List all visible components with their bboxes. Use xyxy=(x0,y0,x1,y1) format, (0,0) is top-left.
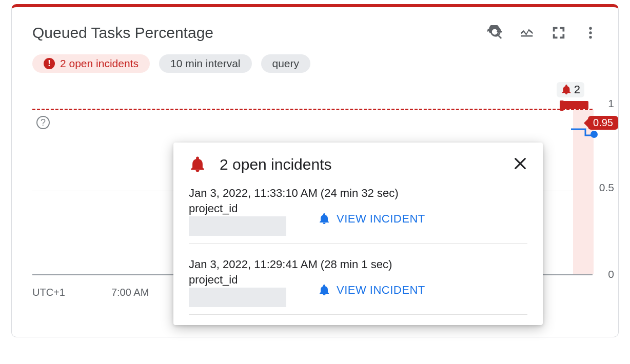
y-tick: 1 xyxy=(608,97,614,110)
reset-zoom-button[interactable] xyxy=(483,21,507,45)
help-icon[interactable]: ? xyxy=(36,116,50,129)
more-menu-button[interactable] xyxy=(578,21,603,45)
open-incidents-label: 2 open incidents xyxy=(60,57,139,70)
svg-point-1 xyxy=(589,31,592,34)
project-id-value xyxy=(189,216,286,236)
y-tick: 0 xyxy=(608,268,614,280)
card-header: Queued Tasks Percentage xyxy=(12,7,618,50)
alert-count: 2 xyxy=(574,83,580,96)
view-incident-link[interactable]: VIEW INCIDENT xyxy=(318,284,425,297)
svg-point-0 xyxy=(589,27,592,30)
incident-item: Jan 3, 2022, 11:29:41 AM (28 min 1 sec) … xyxy=(189,255,527,315)
query-pill[interactable]: query xyxy=(261,54,311,73)
y-tick: 0.5 xyxy=(599,181,614,194)
fullscreen-button[interactable] xyxy=(546,21,571,45)
svg-point-2 xyxy=(589,36,592,39)
incident-time: Jan 3, 2022, 11:33:10 AM (24 min 32 sec) xyxy=(189,187,527,200)
open-incidents-pill[interactable]: ! 2 open incidents xyxy=(32,54,150,73)
value-badge: 0.95 xyxy=(588,116,618,130)
interval-pill[interactable]: 10 min interval xyxy=(159,54,252,73)
bell-icon xyxy=(318,284,330,296)
data-point[interactable] xyxy=(590,131,598,138)
filter-pills: ! 2 open incidents 10 min interval query xyxy=(12,50,618,78)
x-tick: UTC+1 xyxy=(32,287,65,298)
view-incident-link[interactable]: VIEW INCIDENT xyxy=(318,212,425,226)
card-title: Queued Tasks Percentage xyxy=(32,24,476,42)
close-button[interactable] xyxy=(513,156,527,173)
project-id-label: project_id xyxy=(189,273,297,287)
legend-toggle-button[interactable] xyxy=(515,21,539,45)
x-axis-ticks: UTC+1 7:00 AM xyxy=(32,287,149,298)
x-tick: 7:00 AM xyxy=(111,287,149,298)
project-id-label: project_id xyxy=(189,202,297,215)
bell-icon xyxy=(189,156,206,173)
project-id-value xyxy=(189,288,286,307)
incident-item: Jan 3, 2022, 11:33:10 AM (24 min 32 sec)… xyxy=(189,184,527,244)
incident-bar xyxy=(563,101,588,109)
popup-header: 2 open incidents xyxy=(189,156,527,173)
alert-count-badge[interactable]: 2 xyxy=(557,82,584,97)
incidents-popup: 2 open incidents Jan 3, 2022, 11:33:10 A… xyxy=(173,143,543,325)
error-icon: ! xyxy=(44,58,55,69)
incident-time: Jan 3, 2022, 11:29:41 AM (28 min 1 sec) xyxy=(189,258,527,271)
popup-title: 2 open incidents xyxy=(220,156,500,173)
bell-icon xyxy=(561,84,572,95)
close-icon xyxy=(513,156,527,171)
threshold-line xyxy=(32,109,593,110)
bell-icon xyxy=(318,213,330,225)
